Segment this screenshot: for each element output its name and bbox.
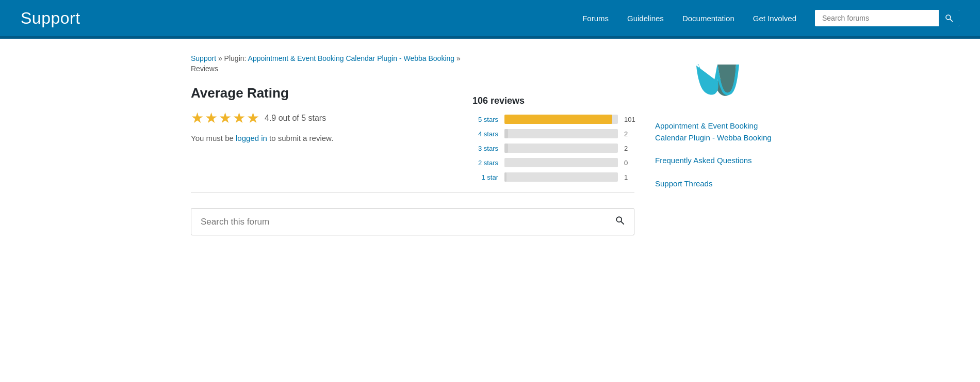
sidebar-support-link[interactable]: Support Threads <box>655 178 789 190</box>
bar-track-5 <box>504 115 618 124</box>
stars-row: ★ ★ ★ ★ ★ 4.9 out of 5 stars <box>191 109 442 126</box>
bar-row-4: 4 stars 2 <box>472 129 634 138</box>
bar-count-5: 101 <box>624 116 634 123</box>
header-search-input[interactable] <box>815 10 939 26</box>
breadcrumb: Support » Plugin: Appointment & Event Bo… <box>191 54 634 62</box>
breadcrumb-current: Reviews <box>191 65 634 73</box>
header-search-button[interactable] <box>939 10 959 26</box>
bar-label-3[interactable]: 3 stars <box>472 145 498 152</box>
breadcrumb-sep2: » <box>454 54 461 62</box>
bar-count-3: 2 <box>624 145 634 152</box>
login-post: to submit a review. <box>267 134 333 142</box>
avg-rating-heading: Average Rating <box>191 85 442 101</box>
forum-search-input[interactable] <box>191 210 606 234</box>
reviews-section: 106 reviews 5 stars 101 4 stars <box>472 95 634 182</box>
star-4: ★ <box>233 109 246 126</box>
bar-label-1[interactable]: 1 star <box>472 173 498 181</box>
star-2: ★ <box>205 109 218 126</box>
bar-fill-3 <box>504 144 508 153</box>
sidebar: Appointment & Event Booking Calendar Plu… <box>655 54 789 235</box>
bar-row-2: 2 stars 0 <box>472 158 634 167</box>
sidebar-faq-link[interactable]: Frequently Asked Questions <box>655 155 789 167</box>
stars: ★ ★ ★ ★ ★ <box>191 109 259 126</box>
nav-forums[interactable]: Forums <box>582 14 609 23</box>
login-link[interactable]: logged in <box>236 134 267 142</box>
rating-text: 4.9 out of 5 stars <box>265 114 326 123</box>
bar-track-1 <box>504 172 618 182</box>
bar-label-4[interactable]: 4 stars <box>472 130 498 138</box>
search-icon <box>945 14 953 22</box>
bar-track-2 <box>504 158 618 167</box>
nav-guidelines[interactable]: Guidelines <box>627 14 664 23</box>
nav-documentation[interactable]: Documentation <box>682 14 734 23</box>
plugin-logo-svg <box>689 59 756 106</box>
main-nav: Forums Guidelines Documentation Get Invo… <box>582 10 959 26</box>
login-pre: You must be <box>191 134 236 142</box>
bar-count-1: 1 <box>624 173 634 181</box>
breadcrumb-plugin-link[interactable]: Appointment & Event Booking Calendar Plu… <box>248 54 455 62</box>
forum-search-button[interactable] <box>606 209 634 235</box>
rating-bars: 5 stars 101 4 stars 2 <box>472 115 634 182</box>
star-3: ★ <box>219 109 232 126</box>
bar-count-4: 2 <box>624 130 634 138</box>
main-content: Support » Plugin: Appointment & Event Bo… <box>181 39 799 251</box>
sidebar-plugin-link[interactable]: Appointment & Event Booking Calendar Plu… <box>655 120 789 144</box>
bar-fill-1 <box>504 172 507 182</box>
bar-label-2[interactable]: 2 stars <box>472 159 498 167</box>
header-search-wrap <box>815 10 959 26</box>
site-header: Support Forums Guidelines Documentation … <box>0 0 980 36</box>
site-title: Support <box>21 9 80 28</box>
content-area: Support » Plugin: Appointment & Event Bo… <box>191 54 634 235</box>
bar-row-3: 3 stars 2 <box>472 144 634 153</box>
bar-fill-4 <box>504 129 508 138</box>
bar-count-2: 0 <box>624 159 634 167</box>
breadcrumb-sep1: » Plugin: <box>216 54 248 62</box>
section-divider <box>191 192 634 193</box>
breadcrumb-support-link[interactable]: Support <box>191 54 216 62</box>
svg-line-1 <box>950 19 952 21</box>
bar-track-4 <box>504 129 618 138</box>
reviews-count: 106 reviews <box>472 95 634 106</box>
forum-search-wrap <box>191 208 634 235</box>
bar-track-3 <box>504 144 618 153</box>
nav-get-involved[interactable]: Get Involved <box>753 14 796 23</box>
bar-row-1: 1 star 1 <box>472 172 634 182</box>
star-5: ★ <box>247 109 259 126</box>
star-1: ★ <box>191 109 204 126</box>
bar-row-5: 5 stars 101 <box>472 115 634 124</box>
login-text: You must be logged in to submit a review… <box>191 134 442 142</box>
avg-rating-section: Average Rating ★ ★ ★ ★ ★ 4.9 out of 5 st… <box>191 85 442 155</box>
bar-label-5[interactable]: 5 stars <box>472 116 498 123</box>
plugin-logo <box>655 59 789 106</box>
svg-line-3 <box>621 221 624 224</box>
forum-search-icon <box>615 216 625 225</box>
bar-fill-5 <box>504 115 612 124</box>
